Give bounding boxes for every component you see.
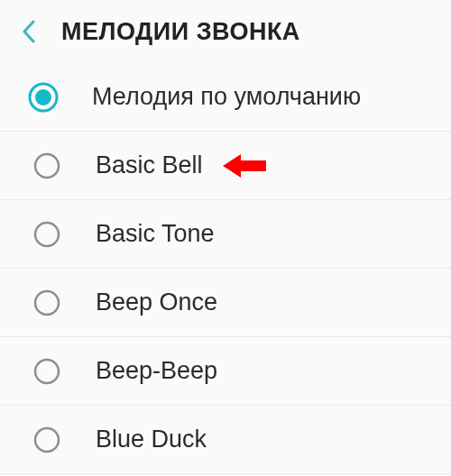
- radio-unselected-icon: [32, 426, 61, 454]
- ringtone-label: Мелодия по умолчанию: [92, 83, 361, 111]
- app-header: МЕЛОДИИ ЗВОНКА: [0, 0, 451, 63]
- radio-button[interactable]: [31, 218, 63, 251]
- ringtone-row[interactable]: Blue Duck: [0, 406, 451, 474]
- arrow-left-annotation-icon: [223, 152, 266, 179]
- radio-unselected-icon: [32, 220, 61, 249]
- svg-marker-3: [223, 154, 266, 178]
- page-title: МЕЛОДИИ ЗВОНКА: [61, 18, 300, 46]
- svg-point-7: [35, 428, 59, 452]
- radio-button[interactable]: [27, 81, 60, 114]
- svg-point-6: [35, 360, 59, 383]
- back-button[interactable]: [13, 15, 45, 48]
- svg-point-2: [35, 154, 59, 178]
- ringtone-label: Beep Once: [96, 288, 217, 316]
- ringtone-row[interactable]: Basic Bell: [0, 132, 451, 200]
- radio-button[interactable]: [31, 355, 63, 388]
- ringtone-label: Basic Tone: [96, 220, 215, 248]
- ringtone-row[interactable]: Beep Once: [0, 269, 451, 337]
- ringtone-label: Blue Duck: [96, 426, 207, 453]
- radio-button[interactable]: [31, 424, 63, 456]
- radio-unselected-icon: [32, 151, 61, 180]
- radio-unselected-icon: [32, 288, 61, 317]
- ringtone-label: Beep-Beep: [96, 357, 217, 385]
- svg-point-4: [35, 223, 59, 246]
- ringtone-row[interactable]: Beep-Beep: [0, 337, 451, 406]
- ringtone-label: Basic Bell: [96, 151, 203, 179]
- radio-selected-icon: [27, 81, 60, 114]
- radio-unselected-icon: [32, 357, 61, 386]
- ringtone-list: Мелодия по умолчанию Basic Bell Basic To…: [0, 63, 451, 474]
- ringtone-row[interactable]: Basic Tone: [0, 200, 451, 269]
- svg-point-5: [35, 291, 59, 315]
- svg-point-1: [35, 89, 51, 105]
- radio-button[interactable]: [31, 150, 63, 182]
- radio-button[interactable]: [31, 287, 63, 319]
- chevron-left-icon: [21, 19, 37, 44]
- ringtone-row[interactable]: Мелодия по умолчанию: [0, 63, 451, 132]
